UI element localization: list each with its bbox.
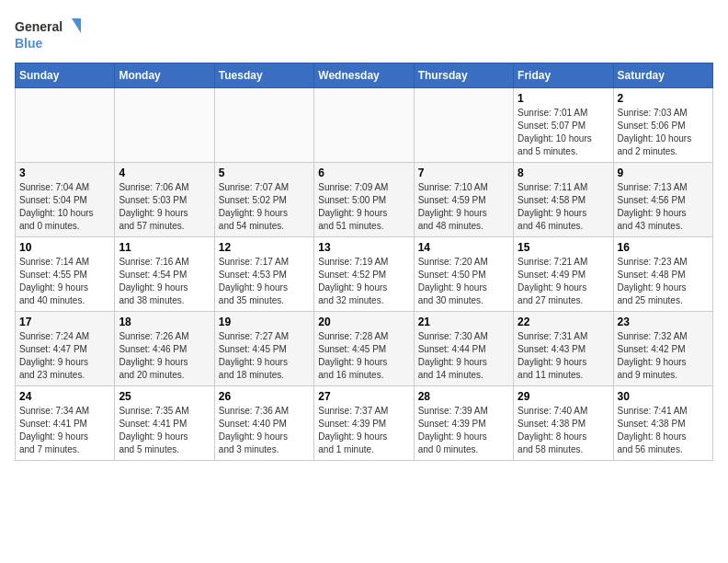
day-number: 26: [219, 390, 310, 403]
day-info: Sunrise: 7:10 AM Sunset: 4:59 PM Dayligh…: [418, 181, 509, 233]
day-info: Sunrise: 7:40 AM Sunset: 4:38 PM Dayligh…: [518, 405, 609, 456]
calendar-cell: 13Sunrise: 7:19 AM Sunset: 4:52 PM Dayli…: [314, 237, 414, 312]
week-row-4: 17Sunrise: 7:24 AM Sunset: 4:47 PM Dayli…: [16, 312, 713, 386]
day-number: 23: [618, 316, 709, 328]
day-number: 1: [518, 92, 609, 105]
day-number: 28: [418, 390, 509, 403]
calendar-cell: 2Sunrise: 7:03 AM Sunset: 5:06 PM Daylig…: [613, 88, 712, 163]
calendar-cell: [414, 88, 513, 163]
week-row-1: 1Sunrise: 7:01 AM Sunset: 5:07 PM Daylig…: [16, 88, 713, 163]
calendar-cell: 24Sunrise: 7:34 AM Sunset: 4:41 PM Dayli…: [16, 386, 115, 461]
day-number: 12: [219, 241, 310, 254]
calendar-cell: [214, 88, 313, 163]
calendar-cell: 21Sunrise: 7:30 AM Sunset: 4:44 PM Dayli…: [414, 312, 513, 386]
calendar-cell: 29Sunrise: 7:40 AM Sunset: 4:38 PM Dayli…: [514, 386, 613, 461]
day-info: Sunrise: 7:27 AM Sunset: 4:45 PM Dayligh…: [219, 330, 310, 382]
day-info: Sunrise: 7:26 AM Sunset: 4:46 PM Dayligh…: [119, 330, 210, 382]
weekday-header-friday: Friday: [514, 63, 613, 88]
day-info: Sunrise: 7:14 AM Sunset: 4:55 PM Dayligh…: [19, 256, 110, 307]
calendar-cell: 1Sunrise: 7:01 AM Sunset: 5:07 PM Daylig…: [514, 88, 613, 163]
calendar-cell: 11Sunrise: 7:16 AM Sunset: 4:54 PM Dayli…: [115, 237, 214, 312]
week-row-5: 24Sunrise: 7:34 AM Sunset: 4:41 PM Dayli…: [16, 386, 713, 461]
weekday-header-row: SundayMondayTuesdayWednesdayThursdayFrid…: [16, 63, 713, 88]
day-info: Sunrise: 7:01 AM Sunset: 5:07 PM Dayligh…: [518, 107, 609, 158]
day-info: Sunrise: 7:36 AM Sunset: 4:40 PM Dayligh…: [219, 405, 310, 456]
day-info: Sunrise: 7:41 AM Sunset: 4:38 PM Dayligh…: [618, 405, 709, 456]
calendar-cell: 5Sunrise: 7:07 AM Sunset: 5:02 PM Daylig…: [214, 163, 313, 237]
weekday-header-thursday: Thursday: [414, 63, 513, 88]
weekday-header-saturday: Saturday: [613, 63, 712, 88]
week-row-2: 3Sunrise: 7:04 AM Sunset: 5:04 PM Daylig…: [16, 163, 713, 237]
day-number: 30: [618, 390, 709, 403]
day-info: Sunrise: 7:21 AM Sunset: 4:49 PM Dayligh…: [518, 256, 609, 307]
day-number: 13: [318, 241, 409, 254]
day-number: 27: [318, 390, 409, 403]
calendar-cell: 25Sunrise: 7:35 AM Sunset: 4:41 PM Dayli…: [115, 386, 214, 461]
day-number: 29: [518, 390, 609, 403]
day-info: Sunrise: 7:09 AM Sunset: 5:00 PM Dayligh…: [318, 181, 409, 233]
day-number: 17: [19, 316, 110, 328]
day-info: Sunrise: 7:07 AM Sunset: 5:02 PM Dayligh…: [219, 181, 310, 233]
calendar-cell: 12Sunrise: 7:17 AM Sunset: 4:53 PM Dayli…: [214, 237, 313, 312]
day-info: Sunrise: 7:06 AM Sunset: 5:03 PM Dayligh…: [119, 181, 210, 233]
calendar-cell: 27Sunrise: 7:37 AM Sunset: 4:39 PM Dayli…: [314, 386, 414, 461]
calendar-cell: [314, 88, 414, 163]
day-info: Sunrise: 7:39 AM Sunset: 4:39 PM Dayligh…: [418, 405, 509, 456]
calendar-cell: 17Sunrise: 7:24 AM Sunset: 4:47 PM Dayli…: [16, 312, 115, 386]
day-info: Sunrise: 7:37 AM Sunset: 4:39 PM Dayligh…: [318, 405, 409, 456]
day-info: Sunrise: 7:19 AM Sunset: 4:52 PM Dayligh…: [318, 256, 409, 307]
day-number: 11: [119, 241, 210, 254]
calendar-cell: 6Sunrise: 7:09 AM Sunset: 5:00 PM Daylig…: [314, 163, 414, 237]
day-number: 6: [318, 167, 409, 179]
svg-text:Blue: Blue: [15, 36, 43, 51]
day-number: 22: [518, 316, 609, 328]
day-number: 9: [618, 167, 709, 179]
day-number: 8: [518, 167, 609, 179]
day-info: Sunrise: 7:17 AM Sunset: 4:53 PM Dayligh…: [219, 256, 310, 307]
day-info: Sunrise: 7:20 AM Sunset: 4:50 PM Dayligh…: [418, 256, 509, 307]
calendar-cell: 18Sunrise: 7:26 AM Sunset: 4:46 PM Dayli…: [115, 312, 214, 386]
calendar-cell: 28Sunrise: 7:39 AM Sunset: 4:39 PM Dayli…: [414, 386, 513, 461]
calendar-cell: [16, 88, 115, 163]
calendar-cell: 4Sunrise: 7:06 AM Sunset: 5:03 PM Daylig…: [115, 163, 214, 237]
day-number: 10: [19, 241, 110, 254]
day-info: Sunrise: 7:28 AM Sunset: 4:45 PM Dayligh…: [318, 330, 409, 382]
day-number: 24: [19, 390, 110, 403]
day-info: Sunrise: 7:32 AM Sunset: 4:42 PM Dayligh…: [618, 330, 709, 382]
calendar-cell: 20Sunrise: 7:28 AM Sunset: 4:45 PM Dayli…: [314, 312, 414, 386]
day-number: 5: [219, 167, 310, 179]
calendar-table: SundayMondayTuesdayWednesdayThursdayFrid…: [15, 63, 713, 461]
day-number: 21: [418, 316, 509, 328]
logo: General Blue: [15, 15, 88, 55]
day-number: 16: [618, 241, 709, 254]
day-number: 25: [119, 390, 210, 403]
day-number: 4: [119, 167, 210, 179]
day-info: Sunrise: 7:34 AM Sunset: 4:41 PM Dayligh…: [19, 405, 110, 456]
header: General Blue: [15, 15, 713, 55]
weekday-header-wednesday: Wednesday: [314, 63, 414, 88]
day-number: 14: [418, 241, 509, 254]
calendar-cell: 30Sunrise: 7:41 AM Sunset: 4:38 PM Dayli…: [613, 386, 712, 461]
calendar-cell: 22Sunrise: 7:31 AM Sunset: 4:43 PM Dayli…: [514, 312, 613, 386]
weekday-header-sunday: Sunday: [16, 63, 115, 88]
calendar-cell: 15Sunrise: 7:21 AM Sunset: 4:49 PM Dayli…: [514, 237, 613, 312]
weekday-header-monday: Monday: [115, 63, 214, 88]
day-number: 15: [518, 241, 609, 254]
logo-svg: General Blue: [15, 15, 88, 55]
day-info: Sunrise: 7:31 AM Sunset: 4:43 PM Dayligh…: [518, 330, 609, 382]
week-row-3: 10Sunrise: 7:14 AM Sunset: 4:55 PM Dayli…: [16, 237, 713, 312]
svg-marker-2: [72, 18, 81, 33]
day-info: Sunrise: 7:03 AM Sunset: 5:06 PM Dayligh…: [618, 107, 709, 158]
day-number: 20: [318, 316, 409, 328]
calendar-cell: 9Sunrise: 7:13 AM Sunset: 4:56 PM Daylig…: [613, 163, 712, 237]
calendar-cell: 14Sunrise: 7:20 AM Sunset: 4:50 PM Dayli…: [414, 237, 513, 312]
day-info: Sunrise: 7:13 AM Sunset: 4:56 PM Dayligh…: [618, 181, 709, 233]
day-number: 7: [418, 167, 509, 179]
day-info: Sunrise: 7:11 AM Sunset: 4:58 PM Dayligh…: [518, 181, 609, 233]
day-info: Sunrise: 7:35 AM Sunset: 4:41 PM Dayligh…: [119, 405, 210, 456]
day-number: 2: [618, 92, 709, 105]
calendar-cell: 8Sunrise: 7:11 AM Sunset: 4:58 PM Daylig…: [514, 163, 613, 237]
day-number: 18: [119, 316, 210, 328]
svg-text:General: General: [15, 19, 63, 34]
calendar-cell: 3Sunrise: 7:04 AM Sunset: 5:04 PM Daylig…: [16, 163, 115, 237]
